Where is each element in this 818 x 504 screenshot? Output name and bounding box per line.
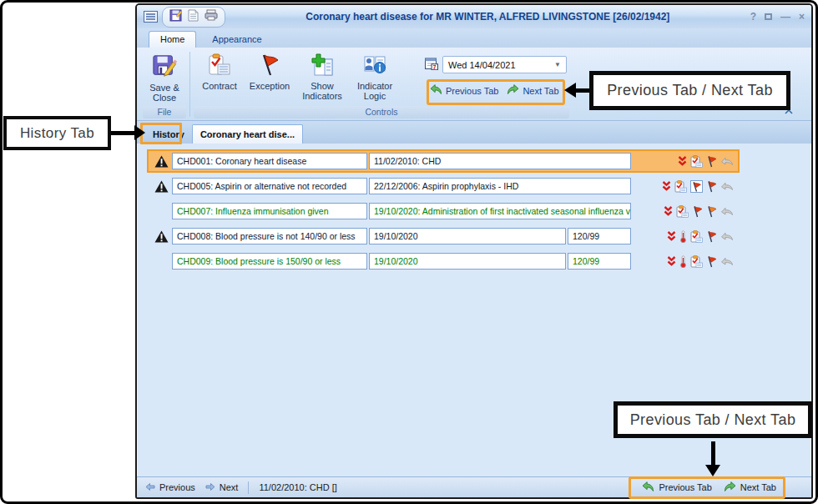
clipboard-icon[interactable] [676,205,689,218]
indicator-value-field[interactable]: 120/99 [568,228,631,244]
history-arrow [111,131,136,135]
close-icon[interactable]: × [799,12,805,22]
restore-icon[interactable] [765,13,772,20]
history-arrow-head-icon [134,125,145,140]
title-bar: Coronary heart disease for MR WINTER, AL… [137,5,811,28]
contract-label: Contract [202,81,237,92]
next-record-button[interactable]: Next [205,482,239,493]
window-controls: ? — × [750,12,805,22]
save-close-button[interactable]: Save & Close [144,50,185,105]
clipboard-icon[interactable] [690,255,703,268]
clipboard-icon[interactable] [690,155,703,168]
arrow-left-icon [145,482,155,493]
help-icon[interactable]: ? [750,12,756,22]
clipboard-icon[interactable] [690,230,703,243]
flag-icon[interactable] [706,255,717,268]
flag-orange-icon[interactable] [706,205,717,218]
exception-label: Exception [250,81,290,92]
indicator-detail-field[interactable]: 19/10/2020: Administration of first inac… [369,203,631,219]
document-tab-strip: History Coronary heart dise... [137,121,811,144]
row-action-icons [631,255,736,268]
quick-access-pill [162,7,225,28]
indicator-row-chd007[interactable]: CHD007: Influenza immunisation given 19/… [149,201,738,221]
controls-group-label: Controls [194,106,569,118]
indicator-detail-field[interactable]: 19/10/2020 [369,253,566,270]
undo-icon[interactable] [720,156,734,166]
exception-button[interactable]: Exception [245,50,295,105]
indicator-detail-field[interactable]: 19/10/2020 [369,228,566,244]
flag-icon[interactable] [692,205,703,218]
undo-icon[interactable] [720,206,734,216]
date-value: Wed 14/04/2021 [448,60,516,70]
show-indicators-label: Show Indicators [295,81,350,102]
row-action-icons [631,205,736,218]
previous-record-button[interactable]: Previous [145,482,195,493]
print-icon[interactable] [204,9,218,24]
tabnav-callout-top: Previous Tab / Next Tab [589,71,790,110]
indicator-row-chd009[interactable]: CHD009: Blood pressure is 150/90 or less… [149,251,738,271]
quick-access-toolbar [144,7,225,28]
indicator-logic-label: Indicator Logic [350,81,400,102]
show-indicators-button[interactable]: Show Indicators [295,50,350,105]
warning-icon [150,230,172,243]
row-action-icons [631,155,736,168]
show-indicators-icon [311,53,334,79]
indicator-code-field[interactable]: CHD008: Blood pressure is not 140/90 or … [172,228,367,244]
indicator-detail-field[interactable]: 22/12/2006: Aspirin prophylaxis - IHD [369,178,631,194]
tab-home[interactable]: Home [149,31,196,48]
indicator-detail-field[interactable]: 11/02/2010: CHD [369,153,631,169]
indicator-row-chd008[interactable]: CHD008: Blood pressure is not 140/90 or … [149,226,738,246]
bottom-arrow-head-icon [705,465,720,476]
tab-appearance[interactable]: Appearance [201,32,272,48]
history-tab-callout: History Tab [3,116,111,150]
history-tab-highlight [140,123,182,144]
chevron-down-icon[interactable]: ▼ [554,61,561,68]
statusbar-separator [248,481,249,494]
thermometer-icon[interactable] [679,255,687,268]
clipboard-icon[interactable] [674,180,687,193]
indicator-logic-button[interactable]: Indicator Logic [350,50,400,105]
double-chevron-icon[interactable] [662,181,671,192]
indicator-row-chd001[interactable]: CHD001: Coronary heart disease 11/02/201… [149,151,738,171]
tabnav-callout-bottom: Previous Tab / Next Tab [614,401,812,438]
flag-icon[interactable] [706,155,717,168]
contract-button[interactable]: Contract [194,50,245,105]
contract-icon [208,53,231,79]
date-picker[interactable]: 7 Wed 14/04/2021 ▼ [425,56,567,73]
ribbon-separator [189,52,190,117]
tab-condition[interactable]: Coronary heart dise... [192,124,303,144]
app-menu-icon[interactable] [144,11,158,23]
ribbon-tabnav-highlight [427,79,565,105]
indicator-code-field[interactable]: CHD007: Influenza immunisation given [172,203,367,219]
double-chevron-icon[interactable] [667,256,676,267]
calendar-icon: 7 [425,57,438,73]
row-action-icons [631,230,736,243]
svg-text:7: 7 [433,63,437,69]
indicator-row-chd005[interactable]: CHD005: Aspirin or alternative not recor… [149,176,738,196]
save-report-icon[interactable] [169,9,182,25]
flag-icon[interactable] [706,230,717,243]
indicator-logic-icon [363,53,386,79]
date-field[interactable]: Wed 14/04/2021 ▼ [442,56,567,73]
indicator-code-field[interactable]: CHD005: Aspirin or alternative not recor… [172,178,367,194]
flag-icon[interactable] [706,180,717,193]
undo-icon[interactable] [720,181,734,191]
double-chevron-icon[interactable] [664,206,673,217]
save-close-label: Save & Close [144,83,185,103]
warning-icon [150,180,172,193]
file-group-label: File [143,106,186,118]
undo-icon[interactable] [720,256,734,266]
thermometer-icon[interactable] [679,230,687,243]
minimize-icon[interactable]: — [780,12,790,22]
double-chevron-icon[interactable] [667,231,676,242]
flag-boxed-icon[interactable] [690,180,703,193]
undo-icon[interactable] [720,231,734,241]
double-chevron-icon[interactable] [678,156,687,167]
bottom-tabnav-highlight [629,476,785,499]
indicator-value-field[interactable]: 120/99 [568,253,631,270]
next-label: Next [220,482,239,492]
top-arrow [575,88,590,93]
indicator-code-field[interactable]: CHD001: Coronary heart disease [172,153,367,169]
print-preview-icon[interactable] [188,9,199,25]
indicator-code-field[interactable]: CHD009: Blood pressure is 150/90 or less [172,253,367,270]
